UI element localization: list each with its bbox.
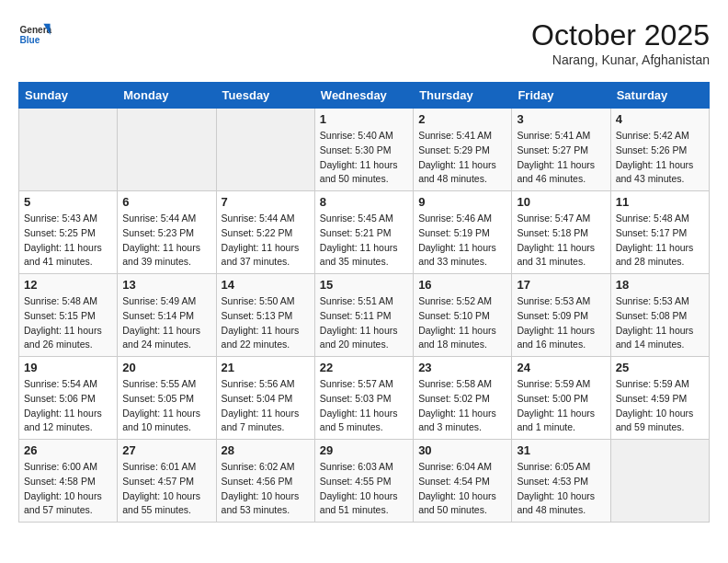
day-cell: 17Sunrise: 5:53 AMSunset: 5:09 PMDayligh… [512,274,610,357]
day-cell: 11Sunrise: 5:48 AMSunset: 5:17 PMDayligh… [610,191,709,274]
day-info: Sunrise: 5:55 AMSunset: 5:05 PMDaylight:… [122,377,210,435]
day-number: 25 [616,361,704,374]
day-info: Sunrise: 5:41 AMSunset: 5:29 PMDaylight:… [418,129,506,187]
day-number: 27 [122,443,210,457]
day-info: Sunrise: 5:52 AMSunset: 5:10 PMDaylight:… [418,294,506,352]
day-cell: 12Sunrise: 5:48 AMSunset: 5:15 PMDayligh… [19,274,118,357]
day-cell [216,109,314,191]
day-cell [610,440,709,523]
day-info: Sunrise: 6:05 AMSunset: 4:53 PMDaylight:… [517,460,605,518]
col-header-sunday: Sunday [19,83,118,109]
day-number: 16 [418,278,506,292]
day-info: Sunrise: 5:40 AMSunset: 5:30 PMDaylight:… [320,129,408,187]
day-info: Sunrise: 5:59 AMSunset: 5:00 PMDaylight:… [517,377,605,435]
day-cell: 7Sunrise: 5:44 AMSunset: 5:22 PMDaylight… [216,191,314,274]
day-number: 8 [320,195,408,209]
title-block: October 2025 Narang, Kunar, Afghanistan [531,18,710,67]
day-info: Sunrise: 5:41 AMSunset: 5:27 PMDaylight:… [517,129,605,187]
day-info: Sunrise: 6:04 AMSunset: 4:54 PMDaylight:… [418,460,506,518]
day-info: Sunrise: 5:44 AMSunset: 5:22 PMDaylight:… [222,212,310,270]
day-number: 13 [122,278,210,292]
day-cell: 8Sunrise: 5:45 AMSunset: 5:21 PMDaylight… [314,191,413,274]
week-row-5: 26Sunrise: 6:00 AMSunset: 4:58 PMDayligh… [19,440,710,523]
svg-text:Blue: Blue [19,35,40,45]
day-info: Sunrise: 6:03 AMSunset: 4:55 PMDaylight:… [320,460,408,518]
day-info: Sunrise: 5:53 AMSunset: 5:09 PMDaylight:… [517,294,605,352]
week-row-4: 19Sunrise: 5:54 AMSunset: 5:06 PMDayligh… [19,357,710,440]
day-cell: 5Sunrise: 5:43 AMSunset: 5:25 PMDaylight… [19,191,118,274]
day-number: 6 [122,195,210,209]
day-number: 5 [24,195,112,209]
day-cell: 21Sunrise: 5:56 AMSunset: 5:04 PMDayligh… [216,357,314,440]
day-cell [19,109,118,191]
day-number: 4 [616,112,704,126]
day-info: Sunrise: 5:44 AMSunset: 5:23 PMDaylight:… [122,212,210,270]
day-info: Sunrise: 5:57 AMSunset: 5:03 PMDaylight:… [320,377,408,435]
day-number: 3 [517,112,605,126]
day-info: Sunrise: 5:50 AMSunset: 5:13 PMDaylight:… [222,294,310,352]
day-info: Sunrise: 5:49 AMSunset: 5:14 PMDaylight:… [122,294,210,352]
day-cell: 18Sunrise: 5:53 AMSunset: 5:08 PMDayligh… [610,274,709,357]
week-row-2: 5Sunrise: 5:43 AMSunset: 5:25 PMDaylight… [19,191,710,274]
day-number: 12 [24,278,112,292]
day-cell: 28Sunrise: 6:02 AMSunset: 4:56 PMDayligh… [216,440,314,523]
day-info: Sunrise: 5:51 AMSunset: 5:11 PMDaylight:… [320,294,408,352]
day-number: 20 [122,361,210,374]
day-number: 14 [222,278,310,292]
day-number: 24 [517,361,605,374]
day-number: 15 [320,278,408,292]
day-number: 22 [320,361,408,374]
day-info: Sunrise: 5:48 AMSunset: 5:15 PMDaylight:… [24,294,112,352]
day-number: 23 [418,361,506,374]
day-cell [118,109,216,191]
col-header-friday: Friday [512,83,610,109]
day-cell: 13Sunrise: 5:49 AMSunset: 5:14 PMDayligh… [118,274,216,357]
page-header: General Blue October 2025 Narang, Kunar,… [18,18,710,67]
day-info: Sunrise: 6:00 AMSunset: 4:58 PMDaylight:… [24,460,112,518]
day-number: 7 [222,195,310,209]
day-info: Sunrise: 5:53 AMSunset: 5:08 PMDaylight:… [616,294,704,352]
day-number: 28 [222,443,310,457]
day-info: Sunrise: 5:48 AMSunset: 5:17 PMDaylight:… [616,212,704,270]
col-header-wednesday: Wednesday [314,83,413,109]
day-cell: 29Sunrise: 6:03 AMSunset: 4:55 PMDayligh… [314,440,413,523]
day-info: Sunrise: 5:58 AMSunset: 5:02 PMDaylight:… [418,377,506,435]
day-cell: 2Sunrise: 5:41 AMSunset: 5:29 PMDaylight… [414,109,512,191]
day-cell: 20Sunrise: 5:55 AMSunset: 5:05 PMDayligh… [118,357,216,440]
day-info: Sunrise: 5:46 AMSunset: 5:19 PMDaylight:… [418,212,506,270]
day-info: Sunrise: 5:56 AMSunset: 5:04 PMDaylight:… [222,377,310,435]
day-cell: 6Sunrise: 5:44 AMSunset: 5:23 PMDaylight… [118,191,216,274]
logo-icon: General Blue [18,18,51,52]
day-number: 26 [24,443,112,457]
col-header-saturday: Saturday [610,83,709,109]
col-header-tuesday: Tuesday [216,83,314,109]
day-number: 10 [517,195,605,209]
day-cell: 23Sunrise: 5:58 AMSunset: 5:02 PMDayligh… [414,357,512,440]
calendar-table: SundayMondayTuesdayWednesdayThursdayFrid… [18,82,710,523]
logo: General Blue [18,18,51,52]
week-row-1: 1Sunrise: 5:40 AMSunset: 5:30 PMDaylight… [19,109,710,191]
day-cell: 19Sunrise: 5:54 AMSunset: 5:06 PMDayligh… [19,357,118,440]
day-cell: 26Sunrise: 6:00 AMSunset: 4:58 PMDayligh… [19,440,118,523]
week-row-3: 12Sunrise: 5:48 AMSunset: 5:15 PMDayligh… [19,274,710,357]
day-cell: 9Sunrise: 5:46 AMSunset: 5:19 PMDaylight… [414,191,512,274]
day-number: 29 [320,443,408,457]
day-cell: 15Sunrise: 5:51 AMSunset: 5:11 PMDayligh… [314,274,413,357]
day-number: 17 [517,278,605,292]
day-info: Sunrise: 6:01 AMSunset: 4:57 PMDaylight:… [122,460,210,518]
day-cell: 22Sunrise: 5:57 AMSunset: 5:03 PMDayligh… [314,357,413,440]
col-header-monday: Monday [118,83,216,109]
day-cell: 16Sunrise: 5:52 AMSunset: 5:10 PMDayligh… [414,274,512,357]
day-number: 9 [418,195,506,209]
day-cell: 25Sunrise: 5:59 AMSunset: 4:59 PMDayligh… [610,357,709,440]
day-number: 21 [222,361,310,374]
day-info: Sunrise: 5:43 AMSunset: 5:25 PMDaylight:… [24,212,112,270]
day-cell: 4Sunrise: 5:42 AMSunset: 5:26 PMDaylight… [610,109,709,191]
day-number: 2 [418,112,506,126]
day-info: Sunrise: 6:02 AMSunset: 4:56 PMDaylight:… [222,460,310,518]
day-cell: 24Sunrise: 5:59 AMSunset: 5:00 PMDayligh… [512,357,610,440]
day-number: 31 [517,443,605,457]
day-number: 18 [616,278,704,292]
day-cell: 30Sunrise: 6:04 AMSunset: 4:54 PMDayligh… [414,440,512,523]
day-info: Sunrise: 5:47 AMSunset: 5:18 PMDaylight:… [517,212,605,270]
